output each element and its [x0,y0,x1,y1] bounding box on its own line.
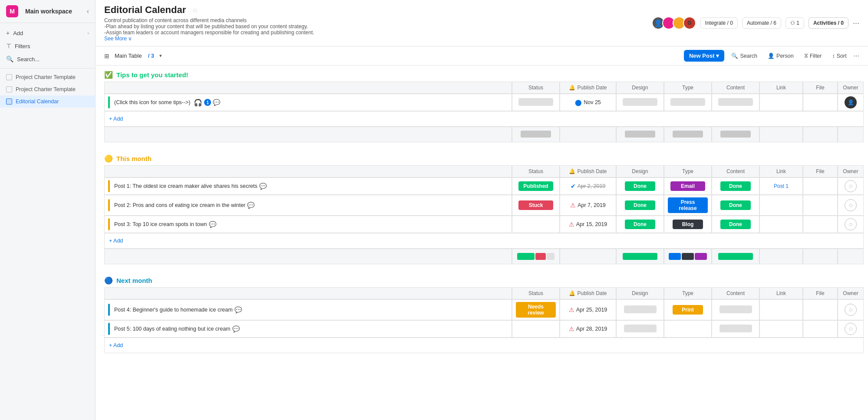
row-indicator [108,96,110,108]
group-next-month: 🔵 Next month Status 🔔Publish Date Design… [96,271,868,353]
favorite-star-icon[interactable]: ☆ [192,6,198,14]
project-icon-3 [6,98,12,105]
row-name-cell-5: Post 5: 100 days of eating nothing but i… [104,320,512,338]
row-indicator-3 [108,218,110,230]
filter-tool-label: Filter [810,53,822,59]
page-description: Control publication of content across di… [104,17,321,42]
sidebar-item-add[interactable]: + Add › [0,26,95,39]
activities-button[interactable]: Activities / 0 [809,17,848,29]
sidebar-add-label: Add [13,30,23,36]
sidebar: M Main workspace ‹ + Add › ⊤ Filters 🔍 S… [0,0,96,420]
summary-status-tips [512,127,560,142]
file-cell-1 [803,177,838,195]
group-next-month-header[interactable]: 🔵 Next month [96,271,868,287]
table-label: Main Table [115,52,142,59]
row-name-1: Post 1: The oldest ice cream maker alive… [114,183,257,189]
workspace-logo: M [6,5,18,17]
summary-bar-type [668,253,708,260]
table-row: Post 1: The oldest ice cream maker alive… [104,177,864,195]
pubdate-cell-4: ⚠ Apr 25, 2019 [560,299,616,320]
group-next-month-icon: 🔵 [104,276,113,285]
search-button[interactable]: 🔍 Search [728,51,761,61]
chat-icon[interactable]: 💬 [213,99,220,106]
filter-button[interactable]: ⧖ Filter [801,51,825,61]
chat-icon-3[interactable]: 💬 [209,221,216,228]
table-chevron-icon[interactable]: ▾ [159,53,162,59]
row-name-5: Post 5: 100 days of eating nothing but i… [114,326,231,332]
sidebar-search-label: Search... [17,56,40,62]
col-header-owner-next: Owner [838,287,864,299]
link-cell-5 [759,320,803,338]
date-icon-3: ⚠ [569,221,574,228]
col-header-name-tips [104,82,512,94]
add-row-button-month[interactable]: + Add [105,235,863,246]
table-row: (Click this icon for some tips-->) 🎧 1 💬… [104,94,864,111]
toolbar-more-icon[interactable]: ··· [854,52,859,60]
status-cell-3 [512,216,560,233]
design-done-2: Done [625,200,655,210]
add-row-next-month[interactable]: + Add [104,338,864,353]
members-button[interactable]: ⚇ 1 [785,17,804,29]
pub-date-1: Apr 2, 2019 [578,183,606,189]
bell-icon-tips: 🔔 [569,85,575,91]
integrate-button[interactable]: Integrate / 0 [700,17,738,29]
summary-bar-content [716,253,756,260]
chat-icon-5[interactable]: 💬 [232,325,240,332]
add-row-button-next-month[interactable]: + Add [105,340,863,351]
pub-date-value: Nov 25 [584,99,601,105]
content-done-2: Done [720,200,751,210]
search-tool-label: Search [740,53,757,59]
add-row-this-month[interactable]: + Add [104,233,864,249]
col-header-content-month: Content [712,165,759,177]
sidebar-item-editorial-calendar[interactable]: Editorial Calendar [0,95,95,108]
design-done-1: Done [625,181,655,191]
link-cell-1[interactable]: Post 1 [759,177,803,195]
sidebar-item-search[interactable]: 🔍 Search... [0,52,95,66]
group-tips-header[interactable]: ✅ Tips to get you started! [96,66,868,82]
person-button[interactable]: 👤 Person [764,51,797,61]
type-cell-2: Press release [664,195,712,216]
col-header-pubdate-next: 🔔Publish Date [560,287,616,299]
type-badge-4: Print [673,305,703,315]
automate-button[interactable]: Automate / 6 [742,17,781,29]
table-view-icon: ⊞ [104,52,109,59]
type-badge-3: Blog [673,220,703,229]
group-this-month: 🟡 This month Status 🔔Publish Date Design… [96,149,868,264]
summary-content-tips [712,127,759,142]
link-value-1[interactable]: Post 1 [774,183,789,189]
person-icon: 👤 [768,52,775,59]
owner-outline-3: ○ [845,218,857,230]
pub-date-4: Apr 25, 2019 [576,307,607,313]
page-title: Editorial Calendar [104,4,186,16]
pub-date-2: Apr 7, 2019 [578,202,606,208]
row-name-2: Post 2: Pros and cons of eating ice crea… [114,202,245,208]
bar-gray [547,253,554,260]
add-icon: + [6,30,10,36]
chat-icon-2[interactable]: 💬 [247,202,254,209]
col-header-status-next: Status [512,287,560,299]
summary-status-month [512,249,560,264]
chat-icon-4[interactable]: 💬 [234,306,242,313]
sort-button[interactable]: ↕ Sort [828,51,850,61]
new-post-button[interactable]: New Post ▾ [684,50,725,62]
row-indicator-4 [108,304,110,316]
summary-design-tips [616,127,664,142]
avatar-group: 👤 G [652,16,696,30]
toolbar: ⊞ Main Table / 3 ▾ New Post ▾ 🔍 Search 👤… [96,46,868,66]
add-row-tips[interactable]: + Add [104,111,864,127]
sidebar-project-2[interactable]: Project Charter Template [0,83,95,95]
date-icon-1: ✔ [571,183,576,190]
header-more-options-icon[interactable]: ··· [853,19,859,28]
sidebar-item-filters[interactable]: ⊤ Filters [0,39,95,52]
sidebar-collapse-button[interactable]: ‹ [87,7,89,15]
sidebar-project-1[interactable]: Project Charter Template [0,71,95,83]
filter-icon: ⊤ [6,43,11,49]
filter-tool-icon: ⧖ [804,52,808,59]
group-this-month-header[interactable]: 🟡 This month [96,149,868,165]
design-done-3: Done [625,220,655,229]
table-row: Post 4: Beginner's guide to homemade ice… [104,299,864,320]
see-more-link[interactable]: See More ∨ [104,36,132,42]
chat-icon-1[interactable]: 💬 [259,183,267,190]
bar-green [517,253,535,260]
add-row-button-tips[interactable]: + Add [105,113,863,125]
